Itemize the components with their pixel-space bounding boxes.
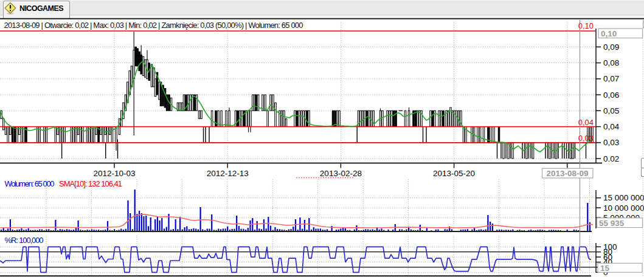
- svg-text:0,10: 0,10: [578, 21, 594, 30]
- svg-text:10 000 000: 10 000 000: [603, 203, 644, 213]
- svg-text:0,03: 0,03: [578, 134, 594, 143]
- svg-text:55 935: 55 935: [599, 219, 625, 228]
- svg-text:%R: 100,000: %R: 100,000: [5, 236, 44, 245]
- svg-text:NICOGAMES: NICOGAMES: [19, 4, 64, 13]
- svg-text:0,04: 0,04: [578, 118, 594, 127]
- svg-text:2013-05-20: 2013-05-20: [433, 169, 475, 178]
- svg-text:2012-10-03: 2012-10-03: [93, 169, 135, 178]
- svg-text:0,08: 0,08: [603, 58, 619, 67]
- svg-text:15: 15: [600, 264, 610, 273]
- svg-text:0,10: 0,10: [601, 29, 617, 38]
- svg-text:0.02: 0.02: [603, 154, 619, 163]
- svg-text:Wolumen: 65 000: Wolumen: 65 000: [5, 179, 55, 188]
- svg-text:0,06: 0,06: [603, 91, 619, 100]
- svg-text:0,03: 0,03: [603, 138, 619, 147]
- svg-text:0,04: 0,04: [603, 122, 620, 131]
- svg-text:2013-08-09 | Otwarcie: 0,02 |: 2013-08-09 | Otwarcie: 0,02 | Max: 0,03 …: [4, 21, 303, 30]
- svg-text:0,07: 0,07: [603, 74, 619, 83]
- svg-text:0,09: 0,09: [603, 43, 619, 52]
- svg-text:2013-08-09: 2013-08-09: [546, 169, 588, 178]
- svg-text:SMA[10]: 132 106,41: SMA[10]: 132 106,41: [59, 179, 122, 188]
- svg-text:15 000 000: 15 000 000: [603, 193, 644, 202]
- svg-text:0,05: 0,05: [603, 106, 619, 115]
- svg-text:2012-12-13: 2012-12-13: [207, 169, 249, 178]
- svg-text:2013-02-28: 2013-02-28: [320, 169, 362, 178]
